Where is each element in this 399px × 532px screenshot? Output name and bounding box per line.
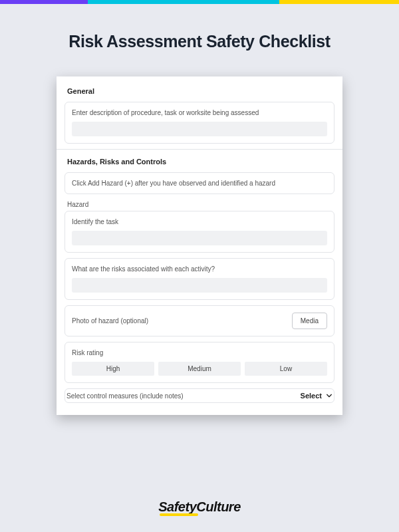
photo-field: Photo of hazard (optional) Media: [65, 305, 334, 336]
section-header-hazards: Hazards, Risks and Controls: [65, 156, 334, 172]
risks-field: What are the risks associated with each …: [65, 258, 334, 300]
control-measures-field: Select control measures (include notes) …: [65, 388, 334, 403]
select-label: Select: [301, 392, 322, 400]
section-divider: [57, 149, 342, 150]
rating-high[interactable]: High: [72, 362, 154, 376]
task-field: Identify the task: [65, 211, 334, 253]
page-title: Risk Assessment Safety Checklist: [0, 32, 399, 51]
stripe-yellow: [279, 0, 399, 4]
rating-low[interactable]: Low: [245, 362, 327, 376]
brand-underline: [160, 513, 198, 516]
risks-label: What are the risks associated with each …: [72, 265, 327, 273]
section-header-general: General: [65, 86, 334, 102]
checklist-form: General Enter description of procedure, …: [57, 76, 342, 415]
task-label: Identify the task: [72, 218, 327, 225]
brand-text: SafetyCulture: [158, 499, 241, 514]
photo-label: Photo of hazard (optional): [72, 317, 148, 325]
control-label: Select control measures (include notes): [66, 392, 184, 400]
description-field: Enter description of procedure, task or …: [65, 102, 334, 144]
chevron-down-icon: [326, 392, 332, 399]
hazard-sub-header: Hazard: [65, 200, 334, 211]
description-label: Enter description of procedure, task or …: [72, 109, 327, 116]
media-button[interactable]: Media: [292, 313, 327, 329]
rating-options: High Medium Low: [72, 362, 327, 376]
rating-label: Risk rating: [72, 349, 327, 356]
select-dropdown[interactable]: Select: [301, 392, 332, 400]
rating-field: Risk rating High Medium Low: [65, 342, 334, 383]
hazard-instruction-box: Click Add Hazard (+) after you have obse…: [65, 172, 334, 194]
brand-logo: SafetyCulture: [158, 499, 241, 515]
risks-input[interactable]: [72, 278, 327, 293]
footer-logo: SafetyCulture: [0, 499, 399, 515]
stripe-purple: [0, 0, 88, 4]
description-input[interactable]: [72, 122, 327, 136]
stripe-cyan: [88, 0, 279, 4]
task-input[interactable]: [72, 231, 327, 245]
hazard-instruction: Click Add Hazard (+) after you have obse…: [72, 180, 327, 187]
top-accent-stripe: [0, 0, 399, 4]
rating-medium[interactable]: Medium: [158, 362, 241, 376]
